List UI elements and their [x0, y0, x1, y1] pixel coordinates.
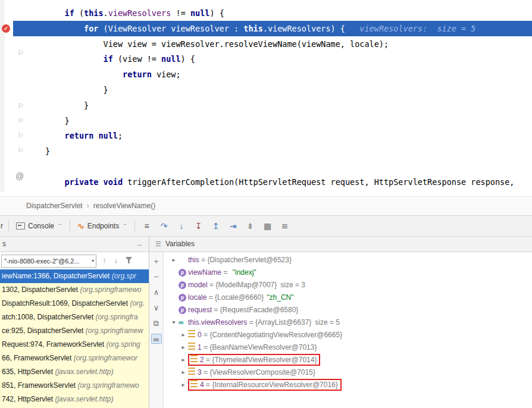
remove-watch-icon[interactable]: − [151, 272, 162, 282]
bookmark-flag-icon[interactable]: ⚐ [17, 102, 25, 110]
breakpoint-icon[interactable]: ✓ [2, 24, 10, 33]
variable-row[interactable]: pmodel = {ModelMap@7007}size = 3 [164, 278, 532, 291]
variable-value: {ArrayList@6637} [255, 318, 311, 327]
variable-row[interactable]: ▸1 = {BeanNameViewResolver@7013} [164, 341, 532, 353]
code-line[interactable]: if (view != null) { [45, 51, 195, 67]
chevron-right-icon[interactable]: ▸ [179, 381, 188, 388]
move-down-icon[interactable]: ∨ [151, 303, 162, 313]
layout-icon[interactable]: ≌ [276, 221, 293, 231]
code-text [45, 24, 84, 33]
variable-name: locale [188, 293, 206, 302]
debug-toolbar: r Console → ∿ Endpoints → ≡↷↓↧↥⇥⇟▦≌ [0, 215, 532, 237]
parameter-icon: p [179, 280, 188, 289]
filter-icon[interactable] [126, 257, 132, 263]
watch-toggle-icon[interactable]: ∞ [151, 334, 162, 344]
parameter-icon: p [179, 294, 186, 302]
frame-row[interactable]: iewName:1366, DispatcherServlet (org.spr [0, 269, 149, 283]
code-line[interactable]: return null; [45, 128, 123, 143]
frame-row[interactable]: 1302, DispatcherServlet (org.springframe… [0, 283, 149, 297]
chevron-right-icon[interactable]: ▸ [179, 356, 188, 363]
chevron-right-icon[interactable]: ▸ [169, 256, 179, 263]
variable-content: this = {DispatcherServlet@6523} [179, 256, 292, 264]
variable-value: {ModelMap@7007} [215, 281, 277, 289]
code-line[interactable]: View view = viewResolver.resolveViewName… [45, 36, 389, 52]
variable-value: {Locale@6660} [215, 293, 264, 302]
variable-name: this.viewResolvers [188, 318, 247, 327]
code-line[interactable]: } [45, 98, 89, 113]
code-line[interactable]: for (ViewResolver viewResolver : this.vi… [45, 21, 475, 36]
frames-panel: "-nio-8080-exec-2"@6,2... ▾ ↑↓ iewName:1… [0, 252, 149, 408]
code-text: null [190, 8, 210, 18]
bookmark-flag-icon[interactable]: ⚐ [17, 49, 25, 57]
force-step-into-icon[interactable]: ↧ [190, 221, 207, 231]
variable-row[interactable]: ▸this = {DispatcherServlet@6523} [164, 253, 532, 266]
frame-row[interactable]: 66, FrameworkServlet (org.springframewor [0, 351, 149, 365]
breadcrumb: DispatcherServlet›resolveViewName() [0, 196, 532, 215]
frame-row[interactable]: atch:1008, DispatcherServlet (org.spring… [0, 310, 149, 324]
code-line[interactable]: private void triggerAfterCompletion(Http… [45, 174, 514, 190]
tab-console[interactable]: Console → [12, 216, 67, 236]
thread-selector-dropdown[interactable]: "-nio-8080-exec-2"@6,2... ▾ [1, 255, 96, 268]
code-line[interactable]: } [45, 143, 50, 159]
move-up-icon[interactable]: ∧ [151, 287, 162, 297]
step-out-icon[interactable]: ↥ [207, 221, 224, 231]
bookmark-flag-icon[interactable]: ⚐ [17, 146, 25, 155]
next-frame-icon[interactable]: ↓ [114, 256, 118, 265]
variable-value: {ViewResolverComposite@7015} [209, 368, 315, 376]
code-editor[interactable]: ✓ @ if (this.viewResolvers != null) { fo… [0, 0, 532, 192]
variable-row[interactable]: ▾∞this.viewResolvers = {ArrayList@6637}s… [164, 316, 532, 328]
add-watch-icon[interactable]: + [151, 256, 162, 266]
chevron-right-icon[interactable]: ▸ [179, 369, 188, 375]
smart-step-into-icon[interactable]: ⇟ [242, 221, 259, 231]
frame-row[interactable]: Request:974, FrameworkServlet (org.sprin… [0, 338, 149, 351]
variable-name: 0 [198, 331, 202, 339]
frame-row[interactable]: DispatchResult:1069, DispatcherServlet (… [0, 297, 149, 310]
frame-row[interactable]: 742, HttpServlet (javax.servlet.http) [0, 393, 149, 406]
toolbar-separator [70, 221, 70, 231]
breadcrumb-method[interactable]: resolveViewName() [93, 202, 155, 210]
menu-icon[interactable]: ≡ [138, 221, 155, 231]
variable-row[interactable]: prequest = {RequestFacade@6580} [164, 303, 532, 316]
variable-row[interactable]: ▸2 = {ThymeleafViewResolver@7014} [164, 353, 532, 366]
chevron-down-icon[interactable]: ▾ [169, 319, 179, 325]
duplicate-icon[interactable]: ⧉ [151, 318, 162, 328]
panel-menu-icon[interactable]: ☰ [155, 237, 161, 252]
variable-value: {ContentNegotiatingViewResolver@6665} [209, 331, 342, 339]
breadcrumb-class[interactable]: DispatcherServlet [26, 202, 83, 210]
variable-row[interactable]: plocale = {Locale@6660}"zh_CN" [164, 291, 532, 303]
frame-row[interactable]: ce:925, DispatcherServlet (org.springfra… [0, 324, 149, 338]
step-over-icon[interactable]: ↷ [155, 221, 173, 231]
chevron-right-icon[interactable]: ▸ [179, 331, 188, 338]
frame-location: 851, FrameworkServlet [2, 381, 77, 390]
variable-row[interactable]: ▸0 = {ContentNegotiatingViewResolver@666… [164, 328, 532, 341]
parameter-icon: p [179, 268, 188, 277]
equals-sign: = [204, 356, 212, 364]
tab-endpoints[interactable]: ∿ Endpoints → [73, 216, 132, 236]
frame-row[interactable]: 635, HttpServlet (javax.servlet.http) [0, 365, 149, 379]
hide-panel-icon[interactable]: → [136, 237, 143, 252]
equals-sign: = [202, 343, 210, 351]
variable-row[interactable]: ▸4 = {InternalResourceViewResolver@7016} [164, 378, 532, 391]
frame-row[interactable]: 851, FrameworkServlet (org.springframewo [0, 379, 149, 393]
bookmark-flag-icon[interactable]: ⚐ [17, 131, 25, 140]
chevron-right-icon[interactable]: ▸ [179, 344, 188, 350]
code-line[interactable]: return view; [45, 67, 181, 82]
frame-location: Request:974, FrameworkServlet [2, 340, 106, 349]
toolbar-separator [8, 221, 9, 231]
table-icon[interactable]: ▦ [259, 221, 276, 231]
code-line[interactable]: } [45, 113, 70, 128]
variable-row[interactable]: pviewName = "indexj" [164, 266, 532, 278]
frame-package: (org.springframewo [77, 381, 139, 390]
code-text: ; [118, 131, 123, 140]
tab-debugger-cropped[interactable]: r [0, 222, 5, 230]
code-text: View view = viewResolver.resolveViewName… [45, 39, 389, 49]
run-to-cursor-icon[interactable]: ⇥ [224, 221, 242, 231]
code-line[interactable]: if (this.viewResolvers != null) { [45, 5, 224, 21]
variable-value: {ThymeleafViewResolver@7014} [212, 356, 317, 364]
code-text: } [45, 146, 50, 156]
previous-frame-icon[interactable]: ↑ [102, 256, 107, 265]
step-into-icon[interactable]: ↓ [173, 221, 190, 231]
bookmark-flag-icon[interactable]: ⚐ [17, 117, 25, 125]
variable-row[interactable]: ▸3 = {ViewResolverComposite@7015} [164, 366, 532, 378]
code-line[interactable]: } [45, 82, 108, 98]
